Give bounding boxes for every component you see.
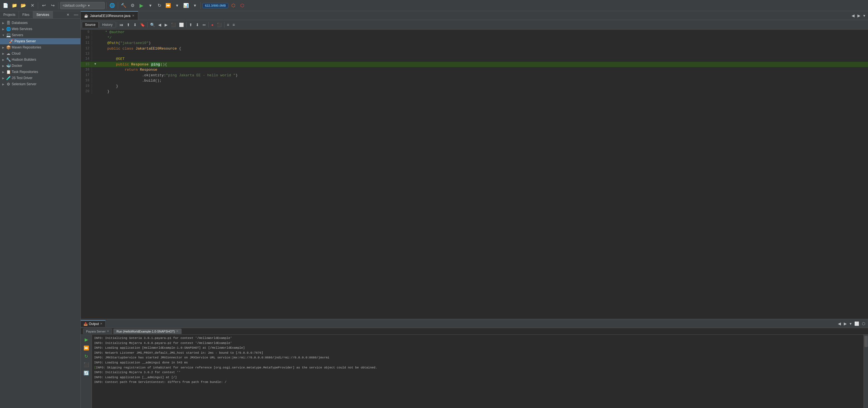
docker-label: Docker — [12, 64, 22, 68]
expand-servers-icon: ▼ — [2, 34, 5, 37]
editor-tab-label: JakartaEE10Resource.java — [90, 14, 130, 18]
tab-projects[interactable]: Projects — [0, 11, 19, 19]
sidebar-item-maven[interactable]: ▶ 📦 Maven Repositories — [0, 44, 81, 51]
navigate-first-btn[interactable]: ⏮ — [118, 21, 125, 28]
mark-occurrences-btn[interactable]: ⬜ — [178, 21, 185, 28]
log-line-9: INFO: Loading application [__admingui] a… — [94, 375, 861, 380]
output-maximize-btn[interactable]: ⬜ — [853, 321, 860, 326]
run-subtab-close[interactable]: ✕ — [176, 329, 179, 333]
stop-btn[interactable]: ⬛ — [82, 361, 91, 368]
sidebar-item-docker[interactable]: ▶ 🐳 Docker — [0, 63, 81, 69]
rerun-btn[interactable]: ↻ — [82, 353, 91, 360]
undo-btn[interactable]: ↩ — [40, 2, 48, 9]
step-btn[interactable]: ⬛ — [216, 21, 223, 28]
gutter-15[interactable]: ▼ — [93, 62, 97, 67]
code-line-12: 12 public class JakartaEE10Resource { — [81, 46, 868, 52]
main-layout: Projects Files Services ✕ — ▶ 🗄 Database… — [0, 11, 868, 408]
jstest-icon: 🧪 — [6, 76, 10, 80]
task-icon: 📋 — [6, 70, 10, 74]
build-btn[interactable]: ⚙ — [129, 2, 136, 9]
source-tab-btn[interactable]: Source — [82, 22, 99, 28]
tab-nav-right-btn[interactable]: ▶ — [856, 13, 862, 19]
output-tab-main[interactable]: 📤 Output ✕ — [81, 320, 105, 327]
memory-badge: 622.3/880.0MB — [203, 3, 228, 8]
highlight-usages-btn[interactable]: ⬛ — [169, 21, 177, 28]
output-tab-label: Output — [89, 322, 99, 326]
output-tab-bar: 📤 Output ✕ ◀ ▶ ▾ ⬜ ⬡ — [81, 319, 868, 328]
history-tab-btn[interactable]: History — [99, 22, 116, 28]
log-line-6: INFO: Loading application __admingui don… — [94, 360, 861, 366]
prev-btn2[interactable]: ⬆ — [188, 21, 194, 28]
find-next-btn[interactable]: ▶ — [163, 21, 169, 28]
output-dropdown-btn[interactable]: ▾ — [848, 321, 853, 326]
editor-tab-jakarta[interactable]: ☕ JakartaEE10Resource.java ✕ — [81, 11, 138, 20]
tab-files[interactable]: Files — [19, 11, 33, 19]
sidebar-close-btn[interactable]: ✕ — [64, 12, 71, 18]
tab-services[interactable]: Services — [33, 11, 53, 19]
sidebar-item-task-repos[interactable]: ▶ 📋 Task Repositories — [0, 69, 81, 75]
clear-output-btn[interactable]: 🔃 — [82, 369, 91, 377]
find-prev-btn[interactable]: ◀ — [157, 21, 163, 28]
maven-label: Maven Repositories — [12, 45, 41, 49]
tab-close-btn[interactable]: ✕ — [132, 14, 134, 18]
run-output-btn[interactable]: ▶ — [82, 336, 91, 343]
sidebar-item-web-services[interactable]: ▶ 🌐 Web Services — [0, 26, 81, 32]
profile-dropdown-btn[interactable]: ▾ — [191, 2, 199, 9]
code-line-19: 19 } — [81, 84, 868, 89]
line-num-13: 13 — [81, 51, 92, 56]
search-btn[interactable]: 🔍 — [149, 21, 156, 28]
output-subtab-payara[interactable]: Payara Server ✕ — [83, 328, 112, 334]
comment-btn[interactable]: ≡ — [231, 21, 236, 28]
navigate-prev-member-btn[interactable]: ⬆ — [125, 21, 131, 28]
next-btn2[interactable]: ⬇ — [194, 21, 200, 28]
tab-dropdown-btn[interactable]: ▾ — [862, 13, 866, 19]
refresh-btn[interactable]: ↻ — [155, 2, 163, 9]
task-label: Task Repositories — [12, 70, 38, 74]
run-btn[interactable]: ▶ — [137, 2, 145, 9]
profile-btn[interactable]: 📊 — [182, 2, 190, 9]
sidebar-minimize-btn[interactable]: — — [71, 11, 81, 19]
code-line-15: 15 ▼ public Response ping(){ — [81, 62, 868, 67]
run-dropdown-btn[interactable]: ▾ — [147, 2, 154, 9]
open-btn[interactable]: 📂 — [20, 2, 27, 9]
format-btn[interactable]: ≡ — [225, 21, 230, 28]
sidebar-item-js-test[interactable]: ▶ 🧪 JS Test Driver — [0, 75, 81, 81]
sidebar-item-servers[interactable]: ▼ 💻 Servers — [0, 32, 81, 38]
forward-btn[interactable]: ⏩ — [82, 344, 91, 351]
globe-btn[interactable]: 🌐 — [108, 2, 116, 9]
toggle-bookmarks-btn[interactable]: 🔖 — [139, 21, 146, 28]
diff-btn[interactable]: ⇔ — [201, 21, 207, 28]
cloud-label: Cloud — [12, 52, 20, 55]
top-toolbar: 📄 📁 📂 ✕ ↩ ↪ <default config> ▾ 🌐 🔨 ⚙ ▶ ▾… — [0, 0, 868, 11]
output-float-btn[interactable]: ⬡ — [861, 321, 866, 326]
sidebar-item-payara[interactable]: 🚀 Payara Server — [0, 38, 81, 44]
tab-nav-left-btn[interactable]: ◀ — [850, 13, 856, 19]
output-subtab-run[interactable]: Run (HelloWorldExample-1.0-SNAPSHOT) ✕ — [113, 328, 182, 334]
plugins-btn[interactable]: ⬡ — [229, 2, 237, 9]
payara-subtab-close[interactable]: ✕ — [107, 329, 109, 333]
sidebar-item-selenium[interactable]: ▶ ⚙ Selenium Server — [0, 81, 81, 87]
output-nav-left-btn[interactable]: ◀ — [837, 321, 842, 326]
scroll-handle[interactable] — [864, 336, 868, 347]
run-all-dropdown-btn[interactable]: ▾ — [173, 2, 181, 9]
new-file-btn[interactable]: 📄 — [2, 2, 9, 9]
output-action-sidebar: ▶ ⏩ ↻ ⬛ 🔃 — [81, 335, 92, 408]
output-close-btn[interactable]: ✕ — [100, 322, 102, 325]
breakpoint-btn[interactable]: ● — [210, 21, 215, 28]
new-project-btn[interactable]: 📁 — [10, 2, 19, 9]
sidebar-item-hudson[interactable]: ▶ 🔧 Hudson Builders — [0, 57, 81, 63]
output-nav-right-btn[interactable]: ▶ — [843, 321, 848, 326]
redo-btn[interactable]: ↪ — [49, 2, 57, 9]
config-dropdown[interactable]: <default config> ▾ — [60, 2, 105, 9]
hammer-btn[interactable]: 🔨 — [120, 2, 128, 9]
sidebar-tabs: Projects Files Services ✕ — — [0, 11, 81, 19]
config-label: <default config> — [63, 4, 86, 7]
sidebar-item-cloud[interactable]: ▶ ☁ Cloud — [0, 51, 81, 57]
navigate-next-member-btn[interactable]: ⬇ — [132, 21, 138, 28]
notifications-btn[interactable]: ⬡ — [238, 2, 246, 9]
sidebar-item-databases[interactable]: ▶ 🗄 Databases — [0, 20, 81, 26]
run-all-btn[interactable]: ⏩ — [164, 2, 172, 9]
line-content-16: return Response — [97, 67, 868, 73]
output-icon: 📤 — [84, 322, 88, 326]
close-btn[interactable]: ✕ — [28, 2, 36, 9]
